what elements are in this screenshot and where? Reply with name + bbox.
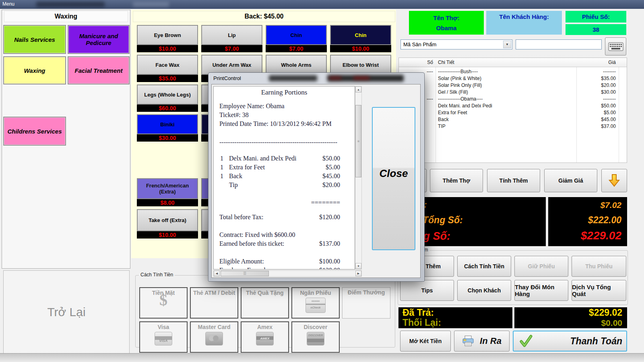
blurred-glass <box>353 76 369 80</box>
service-price: $7.00 <box>201 45 262 52</box>
tips-button[interactable]: Tips <box>400 280 454 301</box>
button-label: Chọn Khách <box>468 287 501 294</box>
pay-visa[interactable]: Visa VISA <box>139 321 188 353</box>
service-chin-2[interactable]: Chin $10.00 <box>330 25 391 52</box>
service-eye-brown[interactable]: Eye Brown $10.00 <box>137 25 198 52</box>
table-row[interactable]: Extra for Feet $5.00 <box>399 109 627 116</box>
menu-item[interactable]: Menu <box>2 1 14 7</box>
blurred-title-text <box>133 2 169 7</box>
close-button-label: Close <box>373 167 415 180</box>
button-label: Cách Tính Tiền <box>464 263 504 269</box>
pay-method-label: Ngân Phiếu <box>292 290 339 296</box>
category-childrens-services[interactable]: Childrens Services <box>3 117 66 146</box>
scrollbar-thumb[interactable]: ≡ <box>355 105 361 177</box>
service-price: $8.00 <box>137 199 198 206</box>
table-header-gia: Giá <box>576 60 619 65</box>
category-nails-services[interactable]: Nails Services <box>3 25 66 54</box>
ticket-number-label: Phiếu Số: <box>582 13 610 20</box>
dialog-body: Earning Portions Employee Name: Obama Ti… <box>211 84 421 278</box>
staff-name-box: Tên Thợ: Obama <box>409 11 484 35</box>
calc-more-button[interactable]: Tính Thêm <box>487 169 540 192</box>
service-price: $60.00 <box>137 105 198 112</box>
pay-atm-debit[interactable]: Thẻ ATM / Debit <box>190 287 238 319</box>
change-value: $0.00 <box>514 318 622 328</box>
add-staff-button[interactable]: Thêm Thợ <box>430 169 483 192</box>
tax-value: $7.02 <box>600 200 621 210</box>
scroll-up-icon[interactable]: ▲ <box>355 86 361 93</box>
table-row[interactable]: ---- --------------Obama---- -------- <box>399 95 627 102</box>
blurred-glass <box>269 75 317 81</box>
table-row[interactable]: Solar (Pink & White) $35.00 <box>399 75 627 82</box>
paid-label: Đã Trả: <box>402 308 512 318</box>
product-code-input[interactable] <box>516 39 602 49</box>
service-chin[interactable]: Chin $7.00 <box>266 25 327 52</box>
scroll-left-icon[interactable]: ◀ <box>214 271 220 276</box>
category-manicure-pedicure[interactable]: Manicure and Pedicure <box>68 25 130 54</box>
pay-cash[interactable]: $ Tiền Mặt <box>139 287 188 319</box>
pay-gift-card[interactable]: Thẻ Quà Tặng <box>241 287 289 319</box>
pay-button[interactable]: Thanh Toán <box>513 331 627 352</box>
earned-label: Earned before this ticket: <box>219 239 308 248</box>
dich-vu-tong-quat-button[interactable]: Dịch Vụ Tổng Quát <box>572 280 626 301</box>
cell-detail: Back <box>436 117 576 122</box>
cell-detail: Gel / Silk (Fill) <box>436 89 576 95</box>
cell-detail: Delx Mani. and Delx Pedi <box>436 103 576 109</box>
total-value: $229.02 <box>581 229 621 242</box>
service-label: Lip <box>201 25 262 45</box>
table-row[interactable]: Solar Pink Only (Fill) $20.00 <box>399 82 627 88</box>
subtotal-label: Tổng Số: <box>423 215 463 226</box>
eligible-value: $100.00 <box>308 257 340 266</box>
service-face-wax[interactable]: Face Wax $35.00 <box>137 55 198 82</box>
service-french-american-extra[interactable]: French/American (Extra) $8.00 <box>137 178 198 206</box>
service-legs-whole[interactable]: Legs (Whole Legs) $60.00 <box>137 84 198 112</box>
category-facial-treatment[interactable]: Facial Treatment <box>68 56 130 84</box>
cell-gia: $20.00 <box>576 82 619 88</box>
cach-tinh-tien-button[interactable]: Cách Tính Tiền <box>457 256 511 277</box>
product-code-dropdown[interactable]: Mã Sản Phẩm ▼ <box>400 39 512 49</box>
cell-detail: --------------Bush---- <box>436 69 576 74</box>
dialog-titlebar[interactable]: PrintControl <box>208 73 424 84</box>
chon-khach-button[interactable]: Chọn Khách <box>457 280 511 301</box>
close-button[interactable]: Close <box>372 107 415 250</box>
button-label: Mở Két Tiền <box>409 338 442 344</box>
item-name: Tip <box>229 181 308 189</box>
echeck-icon: =====eCheck <box>305 298 326 313</box>
horizontal-scrollbar[interactable]: ◀ ☰ ▶ <box>213 270 362 277</box>
cell-detail: TIP <box>436 123 576 129</box>
scroll-right-icon[interactable]: ▶ <box>355 271 361 276</box>
scroll-down-icon[interactable]: ▼ <box>355 263 361 269</box>
receipt-title: Earning Portions <box>214 88 355 97</box>
window-bottom-edge <box>0 353 644 362</box>
eligible-label: Eligible Amount: <box>219 257 308 266</box>
table-row[interactable]: Gel / Silk (Fill) $30.00 <box>399 88 627 95</box>
service-lip[interactable]: Lip $7.00 <box>201 25 262 52</box>
pay-points[interactable]: Điểm Thưởng <box>342 287 390 319</box>
service-take-off-extra[interactable]: Take off (Extra) $10.00 <box>137 209 198 239</box>
table-row[interactable]: Back $45.00 <box>399 116 627 123</box>
open-drawer-button[interactable]: Mở Két Tiền <box>400 331 451 352</box>
pay-discover[interactable]: Discover DISCOVER <box>291 321 340 353</box>
vertical-scrollbar[interactable]: ▲ ≡ ▼ <box>355 86 362 269</box>
back-button[interactable]: Trở Lại <box>3 270 130 354</box>
service-label: Chin <box>330 25 391 45</box>
table-row[interactable]: Delx Mani. and Delx Pedi $50.00 <box>399 102 627 109</box>
button-label: Thu Phiếu <box>585 263 613 269</box>
customer-label: Tên Khách Hàng: <box>499 13 549 20</box>
category-waxing[interactable]: Waxing <box>3 56 66 84</box>
thay-doi-mon-hang-button[interactable]: Thay Đổi Món Hàng <box>514 280 568 301</box>
thu-phieu-button[interactable]: Thu Phiếu <box>572 256 626 277</box>
giu-phieu-button[interactable]: Giữ Phiếu <box>514 256 568 277</box>
table-row[interactable]: TIP $37.00 <box>399 123 627 130</box>
scrollbar-thumb[interactable]: ☰ <box>221 271 269 276</box>
print-button[interactable]: In Ra <box>454 331 510 352</box>
pay-amex[interactable]: Amex AMEX <box>241 321 289 353</box>
services-panel-title: Back: $45.00 <box>133 11 395 22</box>
scroll-down-button[interactable] <box>601 169 627 192</box>
pay-check[interactable]: Ngân Phiếu =====eCheck <box>291 287 340 319</box>
keyboard-button[interactable] <box>605 37 626 56</box>
service-biniki[interactable]: Biniki $30.00 <box>137 114 198 142</box>
table-row[interactable]: ---- --------------Bush---- -------- <box>399 68 627 75</box>
pay-mastercard[interactable]: Master Card <box>190 321 238 353</box>
category-label: Manicure and Pedicure <box>68 33 129 46</box>
discount-button[interactable]: Giảm Giá <box>544 169 597 192</box>
